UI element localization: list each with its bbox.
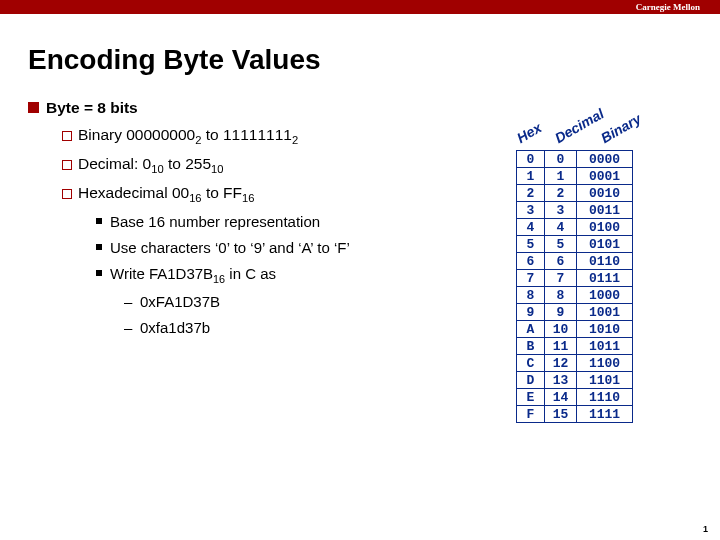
table-cell: 1	[517, 168, 545, 185]
hex-pre: Hexadecimal 00	[78, 184, 189, 201]
header-bar: Carnegie Mellon	[0, 0, 720, 14]
table-row: 110001	[517, 168, 633, 185]
binary-sub2: 2	[292, 134, 298, 146]
table-cell: 12	[545, 355, 577, 372]
table-cell: 14	[545, 389, 577, 406]
table-row: 440100	[517, 219, 633, 236]
slide-content: Byte = 8 bits Binary 000000002 to 111111…	[0, 96, 720, 340]
hex-table: 0000001100012200103300114401005501016601…	[516, 150, 633, 423]
page-title: Encoding Byte Values	[28, 44, 720, 76]
table-cell: 5	[545, 236, 577, 253]
table-cell: 9	[517, 304, 545, 321]
decimal-sub1: 10	[151, 163, 163, 175]
table-row: D131101	[517, 372, 633, 389]
header-hex: Hex	[514, 119, 544, 146]
table-cell: 0100	[577, 219, 633, 236]
table-cell: 2	[517, 185, 545, 202]
table-cell: 8	[545, 287, 577, 304]
decimal-sub2: 10	[211, 163, 223, 175]
table-row: 881000	[517, 287, 633, 304]
table-cell: 1101	[577, 372, 633, 389]
table-cell: 4	[545, 219, 577, 236]
bullet-list: Byte = 8 bits Binary 000000002 to 111111…	[0, 96, 510, 340]
bullet-decimal: Decimal: 010 to 25510	[28, 152, 510, 179]
hex-mid: to FF	[202, 184, 242, 201]
table-cell: 0110	[577, 253, 633, 270]
table-cell: 7	[517, 270, 545, 287]
table-cell: B	[517, 338, 545, 355]
table-cell: 4	[517, 219, 545, 236]
binary-mid: to 11111111	[201, 126, 292, 143]
table-cell: 8	[517, 287, 545, 304]
table-row: A101010	[517, 321, 633, 338]
table-cell: 10	[545, 321, 577, 338]
bullet-ex1: 0xFA1D37B	[28, 290, 510, 314]
bullet-chars: Use characters ‘0’ to ‘9’ and ‘A’ to ‘F’	[28, 236, 510, 260]
table-cell: 0101	[577, 236, 633, 253]
table-cell: 5	[517, 236, 545, 253]
page-number: 1	[703, 524, 708, 534]
bullet-hex: Hexadecimal 0016 to FF16	[28, 181, 510, 208]
table-cell: 3	[517, 202, 545, 219]
table-cell: D	[517, 372, 545, 389]
write-sub: 16	[213, 273, 225, 285]
write-post: in C as	[225, 265, 276, 282]
table-row: 550101	[517, 236, 633, 253]
decimal-pre: Decimal: 0	[78, 155, 151, 172]
table-cell: 1100	[577, 355, 633, 372]
table-cell: 1111	[577, 406, 633, 423]
table-cell: 1	[545, 168, 577, 185]
table-row: 991001	[517, 304, 633, 321]
bullet-binary: Binary 000000002 to 111111112	[28, 123, 510, 150]
table-cell: E	[517, 389, 545, 406]
hex-table-container: Hex Decimal Binary 000000110001220010330…	[516, 150, 633, 423]
table-cell: 6	[545, 253, 577, 270]
table-cell: 2	[545, 185, 577, 202]
table-cell: 3	[545, 202, 577, 219]
table-cell: 7	[545, 270, 577, 287]
header-decimal: Decimal	[552, 105, 607, 146]
table-cell: 1011	[577, 338, 633, 355]
write-pre: Write FA1D37B	[110, 265, 213, 282]
decimal-mid: to 255	[164, 155, 211, 172]
table-cell: F	[517, 406, 545, 423]
table-row: 660110	[517, 253, 633, 270]
hex-sub1: 16	[189, 192, 201, 204]
table-cell: 0001	[577, 168, 633, 185]
table-cell: 9	[545, 304, 577, 321]
table-cell: 0111	[577, 270, 633, 287]
table-row: E141110	[517, 389, 633, 406]
table-cell: 1001	[577, 304, 633, 321]
table-row: 220010	[517, 185, 633, 202]
table-cell: 15	[545, 406, 577, 423]
table-cell: 13	[545, 372, 577, 389]
table-row: C121100	[517, 355, 633, 372]
table-cell: 0011	[577, 202, 633, 219]
table-cell: A	[517, 321, 545, 338]
table-cell: 1110	[577, 389, 633, 406]
table-row: B111011	[517, 338, 633, 355]
org-label: Carnegie Mellon	[636, 0, 700, 14]
binary-pre: Binary 00000000	[78, 126, 195, 143]
table-cell: 0010	[577, 185, 633, 202]
bullet-write: Write FA1D37B16 in C as	[28, 262, 510, 288]
table-cell: 1000	[577, 287, 633, 304]
hex-sub2: 16	[242, 192, 254, 204]
table-cell: 11	[545, 338, 577, 355]
table-row: 770111	[517, 270, 633, 287]
table-row: 330011	[517, 202, 633, 219]
table-cell: C	[517, 355, 545, 372]
table-cell: 1010	[577, 321, 633, 338]
bullet-base16: Base 16 number representation	[28, 210, 510, 234]
table-cell: 6	[517, 253, 545, 270]
bullet-ex2: 0xfa1d37b	[28, 316, 510, 340]
table-row: F151111	[517, 406, 633, 423]
table-headers: Hex Decimal Binary	[508, 116, 688, 156]
bullet-byte: Byte = 8 bits	[28, 96, 510, 121]
